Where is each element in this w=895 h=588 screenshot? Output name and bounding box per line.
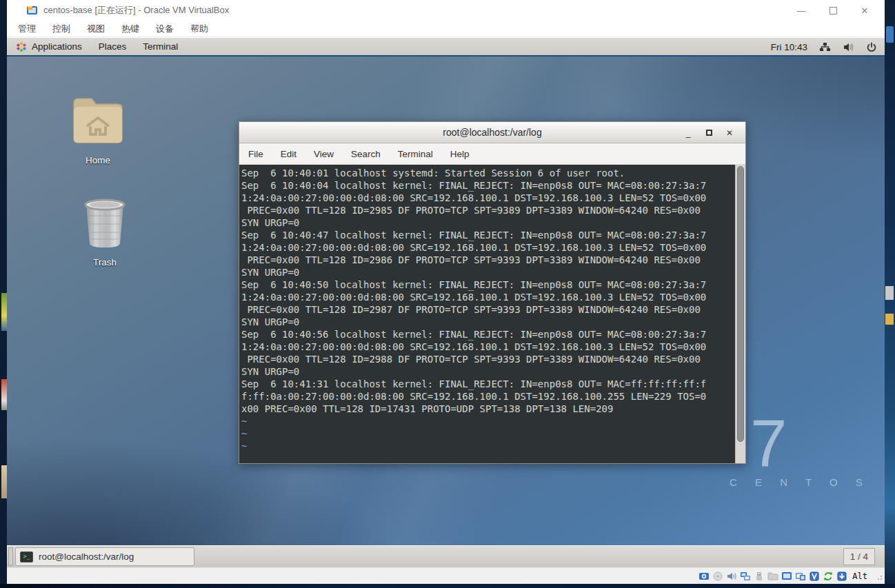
host-icon-fragment: [886, 26, 894, 43]
desktop-icon-home[interactable]: Home: [60, 90, 136, 165]
terminal-empty-markers: ~~~: [241, 415, 247, 452]
tilde-marker: ~: [241, 427, 247, 440]
tilde-marker: ~: [241, 415, 247, 427]
terminal-title: root@localhost:/var/log: [443, 127, 541, 138]
applications-icon: [15, 41, 28, 53]
host-icon-fragment: [1, 293, 7, 331]
terminal-scrollbar[interactable]: [735, 165, 745, 463]
terminal-window: root@localhost:/var/log _ ✕ FileEditView…: [239, 121, 746, 464]
vm-display: Applications Places Terminal Fri 10:43: [7, 38, 885, 567]
maximize-icon: [829, 7, 837, 14]
maximize-icon: [706, 130, 712, 136]
host-icon-fragment: [1, 379, 7, 410]
host-minimize-button[interactable]: —: [785, 0, 817, 21]
terminal-close-button[interactable]: ✕: [719, 124, 740, 142]
virtualbox-statusbar: Alt: [7, 567, 885, 584]
host-maximize-button[interactable]: [817, 0, 849, 21]
virtualbox-menubar: 管理控制视图热键设备帮助: [7, 21, 885, 37]
virtualbox-vm-icon: [26, 5, 38, 17]
host-desktop-edge-left: [0, 0, 7, 588]
terminal-menu-label: Terminal: [143, 41, 178, 52]
log-line: 1:24:0a:00:27:00:00:0d:08:00 SRC=192.168…: [241, 291, 733, 303]
applications-menu[interactable]: Applications: [7, 38, 90, 55]
usb-icon[interactable]: [753, 571, 765, 582]
terminal-content[interactable]: Sep 6 10:40:01 localhost systemd: Starte…: [239, 165, 745, 463]
host-icon-fragment: [885, 286, 894, 300]
vbox-menu-item[interactable]: 帮助: [190, 23, 208, 35]
log-line: PREC=0x00 TTL=128 ID=2988 DF PROTO=TCP S…: [241, 353, 733, 365]
volume-icon[interactable]: [842, 41, 854, 54]
terminal-titlebar[interactable]: root@localhost:/var/log _ ✕: [239, 122, 745, 143]
shared-folders-icon[interactable]: [767, 571, 778, 582]
recording-icon[interactable]: [794, 571, 806, 582]
vbox-menu-item[interactable]: 设备: [156, 23, 174, 35]
terminal-menu-item[interactable]: Help: [450, 149, 470, 159]
centos-watermark-text: C E N T O S: [730, 476, 870, 488]
terminal-menu-item[interactable]: View: [314, 149, 334, 159]
terminal-menu-item[interactable]: File: [248, 149, 263, 159]
hard-disks-icon[interactable]: [698, 571, 710, 582]
log-line: Sep 6 10:40:01 localhost systemd: Starte…: [241, 167, 733, 179]
virtualbox-window: centos-base [正在运行] - Oracle VM VirtualBo…: [7, 0, 885, 584]
desktop-icon-label: Trash: [67, 257, 143, 267]
log-line: PREC=0x00 TTL=128 ID=2985 DF PROTO=TCP S…: [241, 204, 733, 216]
audio-icon[interactable]: [725, 571, 737, 582]
gnome-bottom-panel: >_ root@localhost:/var/log 1 / 4: [7, 545, 885, 567]
host-close-button[interactable]: ✕: [849, 0, 881, 21]
vbox-menu-item[interactable]: 视图: [87, 23, 105, 35]
vbox-menu-item[interactable]: 管理: [18, 23, 36, 35]
desktop-icon-label: Home: [60, 155, 136, 165]
workspace-pager[interactable]: 1 / 4: [843, 548, 875, 565]
terminal-task-icon: >_: [20, 551, 33, 562]
log-line: SYN URGP=0: [241, 266, 733, 278]
log-line: Sep 6 10:41:31 localhost kernel: FINAL_R…: [241, 378, 733, 390]
keyboard-capture-icon[interactable]: [836, 571, 847, 582]
mouse-integration-icon[interactable]: [822, 571, 834, 582]
display-icon[interactable]: [781, 571, 792, 582]
vm-features-icon[interactable]: [808, 571, 820, 582]
log-line: x00 PREC=0x00 TTL=128 ID=17431 PROTO=UDP…: [241, 403, 733, 415]
optical-drives-icon[interactable]: [712, 571, 723, 582]
places-menu-label: Places: [99, 41, 127, 52]
task-label: root@localhost:/var/log: [39, 551, 134, 562]
taskbar-window-button[interactable]: >_ root@localhost:/var/log: [15, 547, 194, 566]
vbox-menu-item[interactable]: 热键: [121, 23, 139, 35]
trash-icon: [78, 195, 132, 252]
log-line: PREC=0x00 TTL=128 ID=2987 DF PROTO=TCP S…: [241, 303, 733, 316]
show-desktop-button[interactable]: [8, 547, 13, 566]
host-key-label: Alt: [852, 571, 867, 581]
host-desktop-edge-right: [885, 0, 895, 588]
terminal-menu-item[interactable]: Search: [351, 149, 381, 159]
terminal-menubar: FileEditViewSearchTerminalHelp: [239, 143, 745, 165]
window-title: centos-base [正在运行] - Oracle VM VirtualBo…: [43, 4, 229, 17]
tilde-marker: ~: [241, 440, 247, 452]
terminal-menu-item[interactable]: Terminal: [398, 149, 433, 159]
desktop-icon-trash[interactable]: Trash: [67, 195, 143, 267]
panel-clock[interactable]: Fri 10:43: [771, 42, 807, 52]
log-line: Sep 6 10:40:56 localhost kernel: FINAL_R…: [241, 328, 733, 341]
places-menu[interactable]: Places: [90, 38, 135, 55]
centos-watermark-number: 7: [750, 410, 787, 476]
network-icon[interactable]: [818, 41, 831, 54]
log-line: 1:24:0a:00:27:00:00:0d:08:00 SRC=192.168…: [241, 192, 733, 204]
power-icon[interactable]: [865, 41, 878, 54]
vbox-menu-item[interactable]: 控制: [52, 23, 70, 35]
scrollbar-thumb[interactable]: [737, 166, 744, 442]
applications-menu-label: Applications: [32, 41, 82, 52]
log-line: 1:24:0a:00:27:00:00:0d:08:00 SRC=192.168…: [241, 241, 733, 254]
terminal-minimize-button[interactable]: _: [678, 124, 698, 142]
terminal-menu[interactable]: Terminal: [134, 38, 186, 55]
terminal-maximize-button[interactable]: [698, 124, 719, 142]
log-line: SYN URGP=0: [241, 216, 733, 229]
log-line: f:ff:0a:00:27:00:00:0d:08:00 SRC=192.168…: [241, 390, 733, 403]
log-line: PREC=0x00 TTL=128 ID=2986 DF PROTO=TCP S…: [241, 254, 733, 266]
terminal-menu-item[interactable]: Edit: [281, 149, 296, 159]
host-icon-fragment: [885, 314, 894, 325]
log-line: Sep 6 10:40:50 localhost kernel: FINAL_R…: [241, 278, 733, 291]
network-adapters-icon[interactable]: [739, 571, 751, 582]
log-line: SYN URGP=0: [241, 365, 733, 378]
log-line: SYN URGP=0: [241, 316, 733, 328]
home-folder-icon: [68, 90, 128, 150]
resize-grip-icon[interactable]: [875, 573, 882, 580]
log-line: Sep 6 10:40:47 localhost kernel: FINAL_R…: [241, 229, 733, 241]
